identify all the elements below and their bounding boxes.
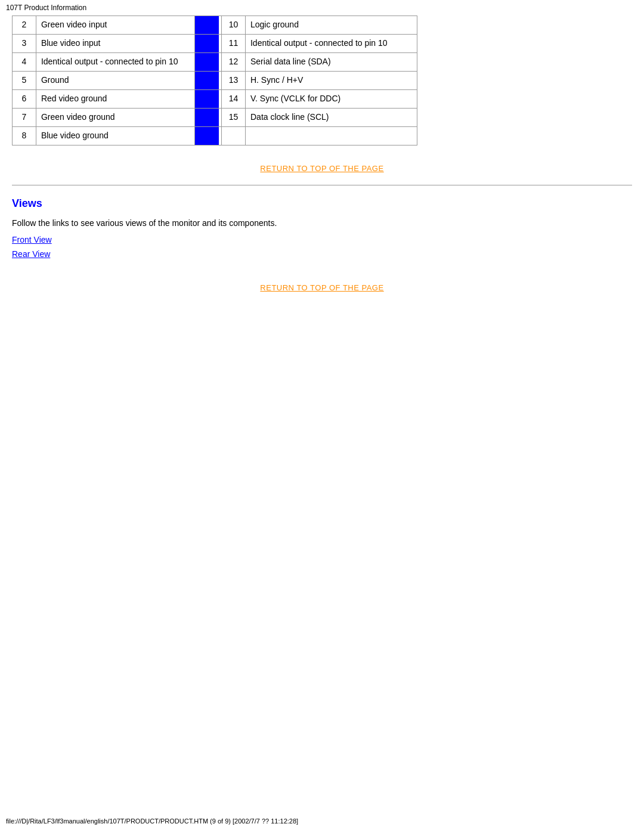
views-links: Front ViewRear View [12,235,632,259]
left-pin-num: 4 [13,53,36,72]
right-pin-num: 13 [222,72,246,90]
left-pin-desc: Green video ground [36,109,194,127]
pin-table: 2Green video input10Logic ground3Blue vi… [12,16,417,145]
return-to-top-link-1[interactable]: RETURN TO TOP OF THE PAGE [260,164,383,173]
right-pin-num: 10 [222,16,246,35]
color-block [194,90,221,109]
right-pin-num: 11 [222,35,246,53]
left-pin-num: 3 [13,35,36,53]
return-link-top: RETURN TO TOP OF THE PAGE [12,163,632,173]
page-title-bar: 107T Product Information [0,0,644,16]
color-block [194,35,221,53]
table-row: 7Green video ground15Data clock line (SC… [13,109,417,127]
right-pin-desc: Data clock line (SCL) [245,109,417,127]
section-divider [12,185,632,185]
color-block [194,109,221,127]
right-pin-num: 14 [222,90,246,109]
left-pin-num: 2 [13,16,36,35]
color-block [194,127,221,145]
table-row: 4Identical output - connected to pin 101… [13,53,417,72]
right-pin-desc: Serial data line (SDA) [245,53,417,72]
left-pin-desc: Red video ground [36,90,194,109]
page-title: 107T Product Information [6,4,86,12]
left-pin-num: 7 [13,109,36,127]
footer-text: file:///D|/Rita/LF3/lf3manual/english/10… [6,817,298,825]
right-pin-num: 15 [222,109,246,127]
right-pin-desc: Logic ground [245,16,417,35]
views-description: Follow the links to see various views of… [12,218,632,228]
table-row: 3Blue video input11Identical output - co… [13,35,417,53]
left-pin-desc: Blue video input [36,35,194,53]
right-pin-num: 12 [222,53,246,72]
right-pin-num [222,127,246,145]
color-block [194,16,221,35]
left-pin-desc: Ground [36,72,194,90]
return-link-bottom: RETURN TO TOP OF THE PAGE [12,283,632,292]
views-section: Views Follow the links to see various vi… [12,197,632,259]
color-block [194,53,221,72]
table-row: 6Red video ground14V. Sync (VCLK for DDC… [13,90,417,109]
color-block [194,72,221,90]
table-row: 8Blue video ground [13,127,417,145]
left-pin-desc: Identical output - connected to pin 10 [36,53,194,72]
return-to-top-link-2[interactable]: RETURN TO TOP OF THE PAGE [260,283,383,292]
footer-bar: file:///D|/Rita/LF3/lf3manual/english/10… [0,815,644,827]
right-pin-desc: V. Sync (VCLK for DDC) [245,90,417,109]
left-pin-num: 6 [13,90,36,109]
left-pin-desc: Blue video ground [36,127,194,145]
right-pin-desc: Identical output - connected to pin 10 [245,35,417,53]
table-row: 2Green video input10Logic ground [13,16,417,35]
left-pin-num: 5 [13,72,36,90]
left-pin-num: 8 [13,127,36,145]
views-link-front-view[interactable]: Front View [12,235,632,244]
main-content: 2Green video input10Logic ground3Blue vi… [0,16,644,340]
views-link-rear-view[interactable]: Rear View [12,249,632,259]
right-pin-desc: H. Sync / H+V [245,72,417,90]
table-row: 5Ground13H. Sync / H+V [13,72,417,90]
views-heading: Views [12,197,632,210]
right-pin-desc [245,127,417,145]
left-pin-desc: Green video input [36,16,194,35]
